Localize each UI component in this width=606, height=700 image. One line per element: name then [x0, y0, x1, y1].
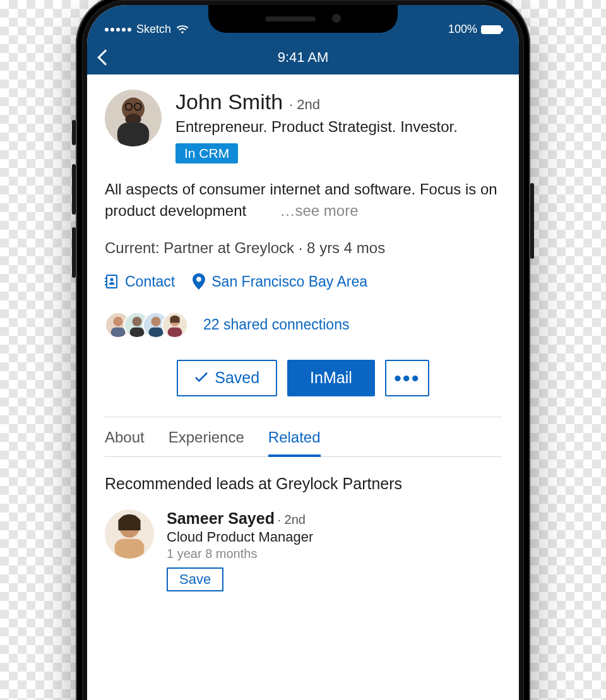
profile-tabs: About Experience Related: [105, 417, 501, 457]
svg-rect-13: [111, 327, 126, 336]
location-pin-icon: [193, 273, 205, 290]
nav-time: 9:41 AM: [278, 49, 329, 66]
signal-dots-icon: [105, 28, 131, 32]
svg-rect-22: [168, 327, 182, 336]
crm-badge[interactable]: In CRM: [175, 143, 238, 163]
contact-link[interactable]: Contact: [105, 273, 175, 290]
svg-rect-7: [105, 278, 107, 279]
svg-point-18: [151, 316, 160, 326]
svg-rect-3: [117, 122, 149, 146]
see-more-link[interactable]: …see more: [280, 202, 359, 219]
svg-rect-8: [105, 281, 107, 282]
phone-frame: Sketch 100% 9:41 AM: [76, 0, 530, 700]
tab-about[interactable]: About: [105, 417, 145, 456]
lead-degree: · 2nd: [277, 513, 306, 526]
recommended-heading: Recommended leads at Greylock Partners: [105, 475, 501, 493]
carrier-label: Sketch: [136, 23, 171, 36]
wifi-icon: [176, 23, 189, 37]
profile-headline: Entrepreneur. Product Strategist. Invest…: [175, 117, 501, 137]
check-icon: [194, 369, 208, 387]
connection-degree: · 2nd: [289, 97, 320, 113]
svg-rect-16: [130, 327, 145, 336]
inmail-button[interactable]: InMail: [287, 360, 375, 396]
lead-name: Sameer Sayed: [167, 509, 275, 527]
tab-experience[interactable]: Experience: [169, 417, 244, 456]
shared-connections[interactable]: 22 shared connections: [105, 312, 501, 338]
lead-avatar: [105, 509, 154, 559]
svg-rect-6: [107, 275, 117, 288]
tab-related[interactable]: Related: [268, 417, 321, 456]
profile-name: John Smith: [175, 90, 283, 114]
shared-connections-label: 22 shared connections: [203, 316, 349, 333]
back-icon[interactable]: [97, 49, 113, 65]
lead-card[interactable]: Sameer Sayed · 2nd Cloud Product Manager…: [105, 509, 501, 591]
profile-avatar[interactable]: [105, 90, 162, 146]
profile-header: John Smith · 2nd Entrepreneur. Product S…: [105, 90, 501, 163]
profile-summary: All aspects of consumer internet and sof…: [105, 179, 501, 221]
lead-tenure: 1 year 8 months: [167, 547, 313, 561]
svg-rect-9: [105, 284, 107, 285]
lead-save-button[interactable]: Save: [167, 567, 223, 591]
facepile: [105, 312, 188, 338]
contact-card-icon: [105, 274, 119, 289]
current-position: Current: Partner at Greylock · 8 yrs 4 m…: [105, 239, 501, 257]
battery-percent: 100%: [448, 23, 477, 36]
battery-icon: [481, 25, 501, 34]
location-link[interactable]: San Francisco Bay Area: [193, 273, 367, 290]
saved-button[interactable]: Saved: [177, 360, 277, 396]
svg-point-10: [110, 278, 114, 282]
svg-rect-25: [115, 538, 145, 558]
nav-bar: 9:41 AM: [87, 40, 519, 74]
device-notch: [208, 5, 398, 33]
action-row: Saved InMail •••: [105, 360, 501, 396]
lead-role: Cloud Product Manager: [167, 529, 313, 545]
more-button[interactable]: •••: [385, 360, 429, 396]
svg-point-12: [113, 316, 122, 326]
svg-point-15: [132, 316, 141, 326]
svg-rect-19: [149, 327, 163, 336]
